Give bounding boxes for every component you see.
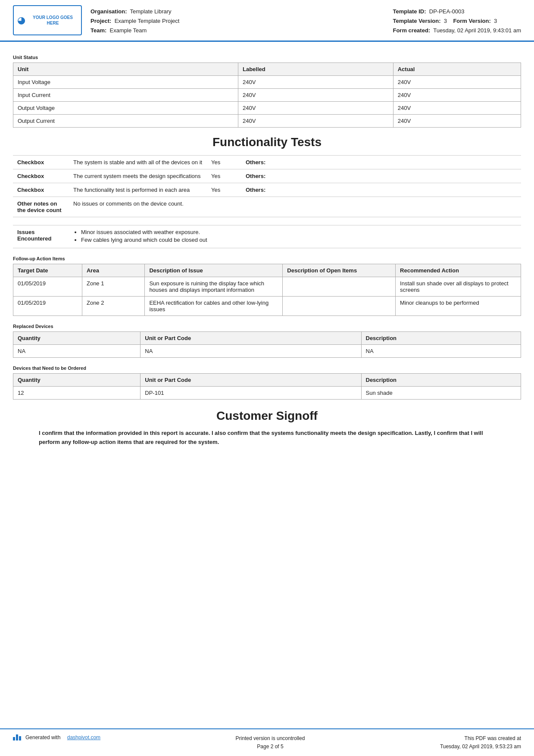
func-type-cell: Other notes on the device count (13, 197, 69, 217)
func-type-cell: Checkbox (13, 156, 69, 169)
followup-table: Target Date Area Description of Issue De… (13, 264, 521, 316)
followup-issue-header: Description of Issue (145, 264, 283, 277)
header-meta-right: Template ID: DP-PEA-0003 Template Versio… (393, 7, 521, 35)
func-type-cell: Checkbox (13, 169, 69, 183)
footer-right-line2: Tuesday, 02 April 2019, 9:53:23 am (440, 743, 521, 751)
table-cell: 01/05/2019 (13, 297, 82, 316)
table-cell: Input Voltage (13, 76, 238, 89)
table-row: CheckboxThe system is stable and with al… (13, 156, 521, 169)
issues-list: Minor issues associated with weather exp… (73, 229, 517, 243)
table-cell: Install sun shade over all displays to p… (396, 277, 521, 297)
table-cell (283, 297, 396, 316)
form-created-row: Form created: Tuesday, 02 April 2019, 9:… (393, 26, 521, 35)
table-cell: 240V (238, 115, 393, 128)
template-id-label: Template ID: (393, 8, 426, 15)
table-row: Other notes on the device countNo issues… (13, 197, 521, 217)
table-cell: 240V (238, 76, 393, 89)
brand-link[interactable]: dashpivot.com (67, 734, 100, 740)
followup-open-header: Description of Open Items (283, 264, 396, 277)
table-cell: 240V (393, 115, 521, 128)
bar2 (16, 734, 18, 740)
footer-right-line1: This PDF was created at (440, 734, 521, 743)
issues-content: Minor issues associated with weather exp… (69, 225, 521, 248)
team-label: Team: (91, 27, 106, 34)
unit-status-header-row: Unit Labelled Actual (13, 63, 521, 76)
table-row: Output Voltage240V240V (13, 102, 521, 115)
table-row: 12DP-101Sun shade (13, 387, 521, 400)
footer-center: Printed version is uncontrolled Page 2 o… (236, 734, 305, 751)
org-label: Organisation: (91, 8, 127, 15)
func-desc-cell: The current system meets the design spec… (69, 169, 207, 183)
logo-text: YOUR LOGO GOES HERE (28, 15, 78, 26)
devices-order-title: Devices that Need to be Ordered (13, 366, 521, 371)
replaced-devices-title: Replaced Devices (13, 324, 521, 329)
func-desc-cell: The system is stable and with all of the… (69, 156, 207, 169)
unit-status-body: Input Voltage240V240VInput Current240V24… (13, 76, 521, 128)
list-item: Few cables lying around which could be c… (81, 237, 517, 243)
issues-label: Issues Encountered (13, 225, 69, 248)
bar1 (13, 737, 15, 740)
func-others-cell: Others: (241, 183, 521, 197)
replaced-desc-header: Description (361, 332, 521, 345)
project-label: Project: (91, 18, 111, 24)
replaced-header-row: Quantity Unit or Part Code Description (13, 332, 521, 345)
project-value: Example Template Project (115, 18, 180, 24)
unit-status-table: Unit Labelled Actual Input Voltage240V24… (13, 62, 521, 128)
func-others-cell: Others: (241, 169, 521, 183)
footer-right: This PDF was created at Tuesday, 02 Apri… (440, 734, 521, 751)
followup-header-row: Target Date Area Description of Issue De… (13, 264, 521, 277)
table-cell: Zone 2 (82, 297, 144, 316)
footer-center-line1: Printed version is uncontrolled (236, 734, 305, 743)
table-cell: 240V (393, 102, 521, 115)
org-row: Organisation: Template Library (91, 7, 179, 16)
table-cell: 240V (238, 102, 393, 115)
replaced-part-header: Unit or Part Code (141, 332, 361, 345)
signoff-text: I confirm that the information provided … (13, 429, 521, 447)
table-cell: Sun exposure is ruining the display face… (145, 277, 283, 297)
table-row: NANANA (13, 345, 521, 358)
unit-col-header: Unit (13, 63, 238, 76)
followup-title: Follow-up Action Items (13, 256, 521, 261)
order-body: 12DP-101Sun shade (13, 387, 521, 400)
func-val-cell: Yes (207, 156, 241, 169)
table-cell: Zone 1 (82, 277, 144, 297)
table-row: CheckboxThe functionality test is perfor… (13, 183, 521, 197)
func-others-cell: Others: (241, 156, 521, 169)
footer-left: Generated with dashpivot.com (13, 734, 100, 740)
func-type-cell: Checkbox (13, 183, 69, 197)
form-created-value: Tuesday, 02 April 2019, 9:43:01 am (433, 27, 521, 34)
order-qty-header: Quantity (13, 374, 141, 387)
org-value: Template Library (130, 8, 172, 15)
table-cell: Output Current (13, 115, 238, 128)
labelled-col-header: Labelled (238, 63, 393, 76)
table-cell: NA (141, 345, 361, 358)
table-cell: NA (361, 345, 521, 358)
functionality-tests-body: CheckboxThe system is stable and with al… (13, 156, 521, 217)
template-id-row: Template ID: DP-PEA-0003 (393, 7, 521, 16)
table-cell: 240V (238, 89, 393, 102)
followup-rec-header: Recommended Action (396, 264, 521, 277)
logo-box: ◕ YOUR LOGO GOES HERE (13, 5, 82, 35)
table-cell: 12 (13, 387, 141, 400)
table-cell (283, 277, 396, 297)
team-row: Team: Example Team (91, 26, 179, 35)
table-row: 01/05/2019Zone 2EEHA rectification for c… (13, 297, 521, 316)
logo-icon: ◕ (17, 15, 25, 26)
functionality-heading: Functionality Tests (13, 135, 521, 149)
devices-order-table: Quantity Unit or Part Code Description 1… (13, 373, 521, 400)
bar3 (19, 736, 21, 740)
page: ◕ YOUR LOGO GOES HERE Organisation: Temp… (0, 0, 534, 756)
table-row: 01/05/2019Zone 1Sun exposure is ruining … (13, 277, 521, 297)
form-created-label: Form created: (393, 27, 430, 34)
table-cell: 01/05/2019 (13, 277, 82, 297)
order-desc-header: Description (361, 374, 521, 387)
table-cell: Output Voltage (13, 102, 238, 115)
version-row: Template Version: 3 Form Version: 3 (393, 16, 521, 26)
form-version-label: Form Version: (453, 18, 490, 24)
generated-label: Generated with (25, 734, 60, 740)
signoff-heading: Customer Signoff (13, 409, 521, 423)
header-meta: Organisation: Template Library Project: … (91, 5, 521, 35)
actual-col-header: Actual (393, 63, 521, 76)
replaced-qty-header: Quantity (13, 332, 141, 345)
func-others-cell (241, 197, 521, 217)
